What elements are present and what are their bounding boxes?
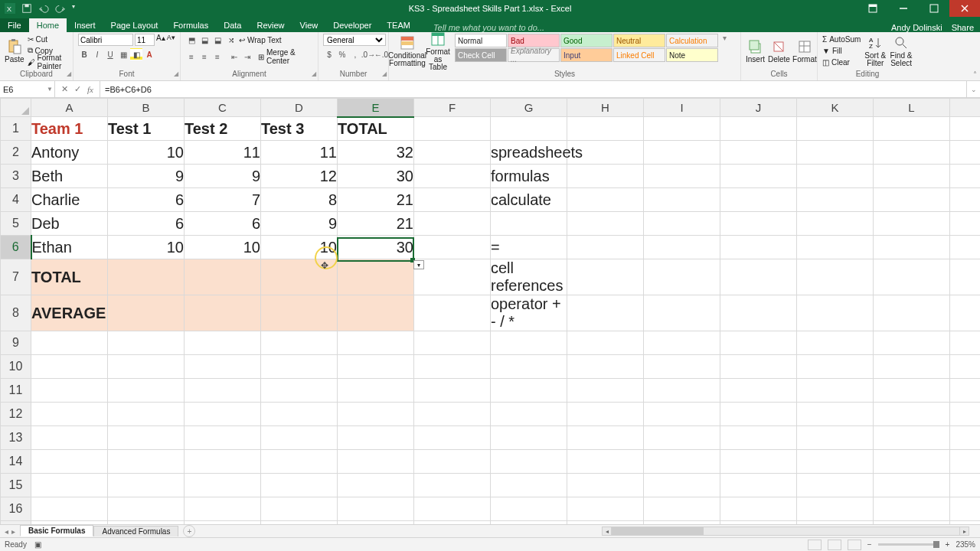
cell-K8[interactable] — [797, 295, 874, 331]
expand-formula-bar-icon[interactable]: ⌄ — [966, 81, 980, 97]
cell-J6[interactable] — [720, 236, 797, 259]
cell-D4[interactable]: 8 — [261, 188, 338, 212]
tab-home[interactable]: Home — [29, 18, 67, 32]
paste-button[interactable]: Paste — [5, 34, 24, 69]
row-header-9[interactable]: 9 — [1, 331, 31, 355]
cell-K11[interactable] — [797, 379, 874, 403]
zoom-slider[interactable] — [878, 543, 939, 546]
select-all-corner[interactable] — [1, 99, 31, 117]
merge-center-button[interactable]: ⊞Merge & Center — [258, 48, 313, 65]
row-header-11[interactable]: 11 — [1, 379, 31, 403]
cell-J7[interactable] — [720, 259, 797, 295]
save-icon[interactable] — [21, 3, 32, 14]
cell-C16[interactable] — [185, 497, 261, 521]
cell-G4[interactable]: calculate — [491, 188, 567, 212]
clear-button[interactable]: ◫Clear — [822, 57, 861, 67]
cell-G14[interactable] — [491, 450, 567, 474]
cell-C14[interactable] — [185, 450, 261, 474]
cell-I9[interactable] — [644, 331, 720, 355]
cell-A4[interactable]: Charlie — [31, 188, 108, 212]
undo-icon[interactable] — [38, 3, 49, 14]
cell-D11[interactable] — [261, 379, 338, 403]
cell-K13[interactable] — [797, 426, 874, 450]
cell-L4[interactable] — [874, 188, 950, 212]
cell-L8[interactable] — [874, 295, 950, 331]
cell-B4[interactable]: 6 — [108, 188, 185, 212]
cell-C9[interactable] — [185, 331, 261, 355]
format-cells-button[interactable]: Format — [793, 34, 816, 69]
cell-K16[interactable] — [797, 497, 874, 521]
cell-B3[interactable]: 9 — [108, 165, 185, 188]
percent-format-icon[interactable]: % — [336, 48, 348, 60]
increase-indent-icon[interactable]: ⇥ — [241, 51, 253, 63]
cell-G7[interactable]: cell references — [491, 259, 567, 295]
cell-I2[interactable] — [644, 141, 720, 165]
fill-button[interactable]: ▼Fill — [822, 45, 861, 56]
decrease-indent-icon[interactable]: ⇤ — [228, 51, 240, 63]
column-header-A[interactable]: A — [31, 99, 108, 117]
cell-C4[interactable]: 7 — [185, 188, 261, 212]
namebox-dropdown-icon[interactable]: ▼ — [47, 86, 53, 93]
cell-B6[interactable]: 10 — [108, 236, 185, 259]
row-header-15[interactable]: 15 — [1, 474, 31, 497]
cell-C15[interactable] — [185, 474, 261, 497]
cell-H14[interactable] — [567, 450, 644, 474]
cell-C10[interactable] — [185, 355, 261, 379]
insert-cells-button[interactable]: Insert — [746, 34, 765, 69]
autosum-button[interactable]: ΣAutoSum — [822, 34, 861, 44]
align-top-icon[interactable]: ⬒ — [185, 34, 198, 46]
tab-insert[interactable]: Insert — [67, 18, 103, 32]
page-layout-view-icon[interactable] — [828, 540, 841, 550]
cell-B12[interactable] — [108, 403, 185, 426]
column-header-J[interactable]: J — [720, 99, 797, 117]
cell-H8[interactable] — [567, 295, 644, 331]
cell-H1[interactable] — [567, 117, 644, 141]
cell-K4[interactable] — [797, 188, 874, 212]
cell-K10[interactable] — [797, 355, 874, 379]
cell-G11[interactable] — [491, 379, 567, 403]
cell-J15[interactable] — [720, 474, 797, 497]
row-header-5[interactable]: 5 — [1, 212, 31, 236]
cell-L12[interactable] — [874, 403, 950, 426]
cell-A13[interactable] — [31, 426, 108, 450]
cell-I15[interactable] — [644, 474, 720, 497]
sheet-nav-next-icon[interactable]: ▸ — [11, 527, 15, 536]
cell-E12[interactable] — [338, 403, 414, 426]
cell-H16[interactable] — [567, 497, 644, 521]
cell-I7[interactable] — [644, 259, 720, 295]
cell-I1[interactable] — [644, 117, 720, 141]
clipboard-dialog-icon[interactable]: ◢ — [67, 70, 71, 77]
cell-I6[interactable] — [644, 236, 720, 259]
alignment-dialog-icon[interactable]: ◢ — [312, 70, 316, 77]
fx-icon[interactable]: fx — [87, 85, 93, 94]
cell-F12[interactable] — [414, 403, 491, 426]
cell-G10[interactable] — [491, 355, 567, 379]
cell-D14[interactable] — [261, 450, 338, 474]
style-bad[interactable]: Bad — [508, 34, 560, 47]
cell-K7[interactable] — [797, 259, 874, 295]
decrease-decimal-icon[interactable]: ←.0 — [375, 48, 387, 60]
align-right-icon[interactable]: ≡ — [211, 51, 224, 63]
cell-D8[interactable] — [261, 295, 338, 331]
cell-J13[interactable] — [720, 426, 797, 450]
delete-cells-button[interactable]: Delete — [768, 34, 790, 69]
cell-G15[interactable] — [491, 474, 567, 497]
cell-D16[interactable] — [261, 497, 338, 521]
column-header-L[interactable]: L — [874, 99, 950, 117]
minimize-icon[interactable] — [888, 0, 919, 17]
cell-H6[interactable] — [567, 236, 644, 259]
cell-K14[interactable] — [797, 450, 874, 474]
share-button[interactable]: Share — [952, 23, 974, 32]
cell-F9[interactable] — [414, 331, 491, 355]
cell-C8[interactable] — [185, 295, 261, 331]
row-header-12[interactable]: 12 — [1, 403, 31, 426]
close-icon[interactable] — [949, 0, 980, 17]
cell-G1[interactable] — [491, 117, 567, 141]
ribbon-options-icon[interactable] — [858, 0, 888, 17]
qat-dropdown-icon[interactable]: ▾ — [72, 3, 83, 14]
cell-L14[interactable] — [874, 450, 950, 474]
cell-F14[interactable] — [414, 450, 491, 474]
cell-G9[interactable] — [491, 331, 567, 355]
comma-format-icon[interactable]: , — [349, 48, 361, 60]
cell-I16[interactable] — [644, 497, 720, 521]
